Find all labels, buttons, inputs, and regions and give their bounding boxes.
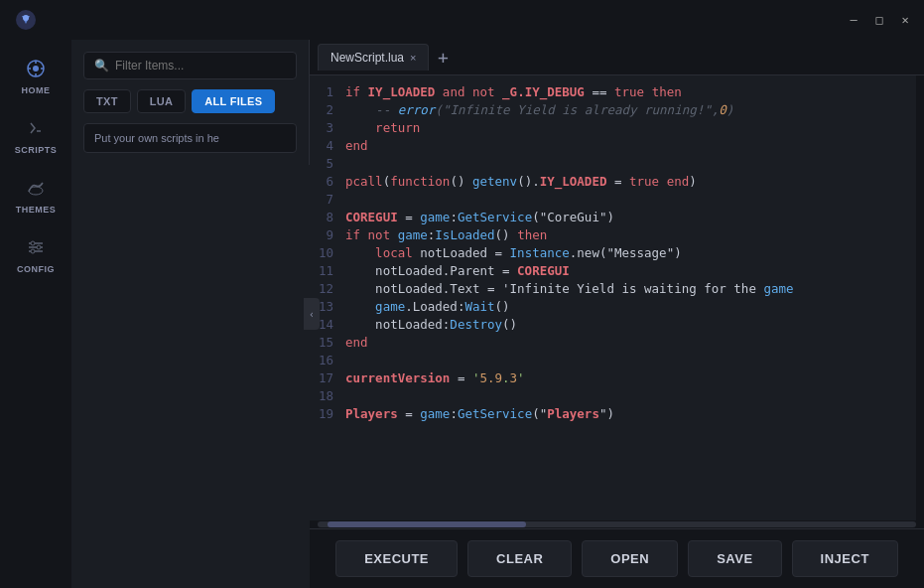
table-row: 16 xyxy=(310,352,916,369)
sidebar-item-home[interactable]: HOME xyxy=(6,48,66,103)
tab-newscript[interactable]: NewScript.lua × xyxy=(318,44,429,71)
line-content: notLoaded:Destroy() xyxy=(345,316,916,334)
editor-area: NewScript.lua × + 1if IY_LOADED and not … xyxy=(310,40,924,588)
table-row: 19Players = game:GetService("Players") xyxy=(310,405,916,423)
scripts-icon xyxy=(23,115,49,141)
themes-icon xyxy=(23,175,49,201)
clear-button[interactable]: CLEAR xyxy=(467,540,572,577)
line-content xyxy=(345,387,916,405)
table-row: 17currentVersion = '5.9.3' xyxy=(310,369,916,387)
line-number: 12 xyxy=(310,280,345,298)
line-number: 8 xyxy=(310,209,345,226)
line-number: 10 xyxy=(310,244,345,262)
line-number: 9 xyxy=(310,226,345,244)
editor-main: 1if IY_LOADED and not _G.IY_DEBUG == tru… xyxy=(310,75,924,520)
table-row: 18 xyxy=(310,387,916,405)
line-number: 3 xyxy=(310,119,345,137)
line-content xyxy=(345,191,916,209)
table-row: 12 notLoaded.Text = 'Infinite Yield is w… xyxy=(310,280,916,298)
table-row: 11 notLoaded.Parent = COREGUI xyxy=(310,262,916,280)
titlebar: — □ ✕ xyxy=(0,0,924,40)
panel-collapse-handle[interactable]: ‹ xyxy=(304,298,320,330)
filter-buttons: TXT LUA ALL FILES xyxy=(83,89,297,113)
app-logo xyxy=(12,6,40,34)
line-number: 18 xyxy=(310,387,345,405)
sidebar-item-themes[interactable]: THEMES xyxy=(6,167,66,222)
line-number: 16 xyxy=(310,352,345,369)
filter-lua-button[interactable]: LUA xyxy=(137,89,187,113)
tabs-bar: NewScript.lua × + xyxy=(310,40,924,75)
table-row: 2 -- error("Infinite Yield is already ru… xyxy=(310,101,916,119)
line-content: -- error("Infinite Yield is already runn… xyxy=(345,101,916,119)
table-row: 9if not game:IsLoaded() then xyxy=(310,226,916,244)
table-row: 8COREGUI = game:GetService("CoreGui") xyxy=(310,209,916,226)
svg-point-1 xyxy=(23,15,29,21)
sidebar-item-scripts[interactable]: SCRIPTS xyxy=(6,107,66,163)
line-number: 11 xyxy=(310,262,345,280)
minimize-button[interactable]: — xyxy=(847,13,860,27)
table-row: 13 game.Loaded:Wait() xyxy=(310,298,916,316)
line-content: notLoaded.Text = 'Infinite Yield is wait… xyxy=(345,280,916,298)
sidebar-item-label-home: HOME xyxy=(22,85,51,95)
line-number: 7 xyxy=(310,191,345,209)
sidebar-item-label-scripts: SCRIPTS xyxy=(15,145,58,155)
editor-horizontal-scrollbar[interactable] xyxy=(310,520,924,528)
line-number: 5 xyxy=(310,155,345,173)
line-number: 17 xyxy=(310,369,345,387)
table-row: 10 local notLoaded = Instance.new("Messa… xyxy=(310,244,916,262)
filter-txt-button[interactable]: TXT xyxy=(83,89,131,113)
close-button[interactable]: ✕ xyxy=(898,13,912,27)
editor-vertical-scrollbar[interactable] xyxy=(916,75,924,520)
scripts-placeholder-text: Put your own scripts in he xyxy=(83,123,297,153)
code-editor[interactable]: 1if IY_LOADED and not _G.IY_DEBUG == tru… xyxy=(310,75,916,520)
home-icon xyxy=(23,56,49,81)
svg-point-12 xyxy=(31,241,35,245)
table-row: 5 xyxy=(310,155,916,173)
svg-point-3 xyxy=(33,66,39,72)
line-content: if not game:IsLoaded() then xyxy=(345,226,916,244)
open-button[interactable]: OPEN xyxy=(582,540,678,577)
sidebar: HOME SCRIPTS THEMES xyxy=(0,40,71,588)
line-content: local notLoaded = Instance.new("Message"… xyxy=(345,244,916,262)
sidebar-item-config[interactable]: CONFIG xyxy=(6,226,66,282)
line-content: currentVersion = '5.9.3' xyxy=(345,369,916,387)
svg-point-13 xyxy=(37,245,41,249)
line-content: return xyxy=(345,119,916,137)
table-row: 3 return xyxy=(310,119,916,137)
filter-all-button[interactable]: ALL FILES xyxy=(192,89,275,113)
config-icon xyxy=(23,234,49,260)
save-button[interactable]: SAVE xyxy=(688,540,781,577)
inject-button[interactable]: INJECT xyxy=(792,540,898,577)
line-content xyxy=(345,155,916,173)
line-content: game.Loaded:Wait() xyxy=(345,298,916,316)
maximize-button[interactable]: □ xyxy=(872,13,886,27)
tab-add-button[interactable]: + xyxy=(431,46,455,70)
table-row: 14 notLoaded:Destroy() xyxy=(310,316,916,334)
search-box[interactable]: 🔍 xyxy=(83,52,297,79)
sidebar-item-label-themes: THEMES xyxy=(16,205,57,215)
table-row: 15end xyxy=(310,334,916,352)
line-content: end xyxy=(345,137,916,155)
bottom-toolbar: EXECUTE CLEAR OPEN SAVE INJECT xyxy=(310,528,924,588)
line-content: Players = game:GetService("Players") xyxy=(345,405,916,423)
line-number: 2 xyxy=(310,101,345,119)
search-icon: 🔍 xyxy=(94,59,109,73)
table-row: 4end xyxy=(310,137,916,155)
scrollbar-thumb[interactable] xyxy=(328,521,526,527)
line-number: 19 xyxy=(310,405,345,423)
table-row: 6pcall(function() getenv().IY_LOADED = t… xyxy=(310,173,916,191)
line-number: 1 xyxy=(310,83,345,101)
main-container: HOME SCRIPTS THEMES xyxy=(0,40,924,588)
search-input[interactable] xyxy=(115,59,286,73)
line-number: 15 xyxy=(310,334,345,352)
sidebar-item-label-config: CONFIG xyxy=(17,264,55,274)
tab-close-button[interactable]: × xyxy=(410,52,416,64)
table-row: 1if IY_LOADED and not _G.IY_DEBUG == tru… xyxy=(310,83,916,101)
line-content: end xyxy=(345,334,916,352)
table-row: 7 xyxy=(310,191,916,209)
window-controls: — □ ✕ xyxy=(847,13,912,27)
line-content xyxy=(345,352,916,369)
execute-button[interactable]: EXECUTE xyxy=(335,540,458,577)
tab-label: NewScript.lua xyxy=(330,51,404,65)
line-content: COREGUI = game:GetService("CoreGui") xyxy=(345,209,916,226)
